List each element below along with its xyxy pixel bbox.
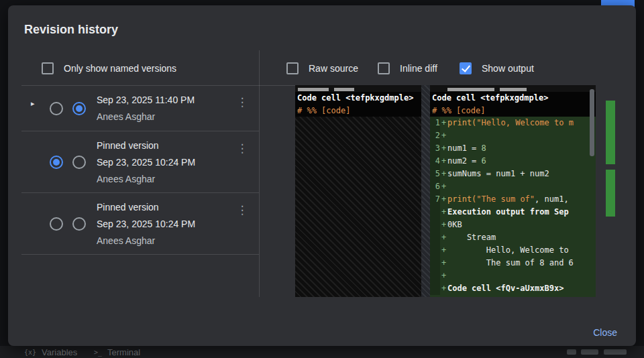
diff-line: 4+num2 = 6 <box>430 155 596 168</box>
old-cell-directive: # %% [code] <box>295 105 421 117</box>
code-token: num2 = <box>447 156 482 166</box>
line-number <box>430 219 440 231</box>
background-terminal-tab: >_ Terminal <box>94 347 140 357</box>
revision-name: Pinned version <box>97 140 195 151</box>
raw-source-checkbox[interactable] <box>286 62 299 74</box>
line-number: 1 <box>430 117 440 129</box>
diff-plus: + <box>440 180 447 193</box>
terminal-label: Terminal <box>107 347 140 357</box>
diff-line: +Code cell <fQv-aUxmxB9x> <box>430 282 596 295</box>
divider <box>259 50 260 297</box>
code-text: print("The sum of", num1, <box>447 193 569 206</box>
compare-from-radio[interactable] <box>50 156 63 169</box>
diff-line: 2+ <box>430 129 596 142</box>
revision-list: ▸Sep 23, 2025 11:40 PMAnees Asghar⋮Pinne… <box>8 85 259 255</box>
diff-line: 1+print("Hello, Welcome to m <box>430 117 596 129</box>
code-token: 8 <box>482 143 486 153</box>
line-number <box>430 244 440 257</box>
show-output-checkbox[interactable] <box>460 62 472 74</box>
line-number <box>430 270 440 282</box>
line-number: 2 <box>430 129 440 142</box>
code-token: num1 = <box>447 143 482 153</box>
revision-row[interactable]: Pinned versionSep 23, 2025 10:24 PMAnees… <box>8 193 259 255</box>
more-options-icon[interactable]: ⋮ <box>236 141 248 156</box>
variables-label: Variables <box>42 347 77 357</box>
background-statusbar: {x} Variables >_ Terminal <box>0 346 644 358</box>
code-text: Hello, Welcome to <box>447 244 569 257</box>
code-token: 0KB <box>447 220 462 229</box>
revision-author: Anees Asghar <box>97 111 195 122</box>
revision-row[interactable]: ▸Sep 23, 2025 11:40 PMAnees Asghar⋮ <box>8 85 259 131</box>
compare-to-radio[interactable] <box>72 102 86 115</box>
line-number: 7 <box>430 193 440 206</box>
more-options-icon[interactable]: ⋮ <box>236 95 248 109</box>
code-token: , num1, <box>535 194 569 204</box>
only-named-versions-filter[interactable]: Only show named versions <box>42 62 176 75</box>
old-cell-header: Code cell <tefpkxgdmple> <box>295 92 421 105</box>
close-button[interactable]: Close <box>586 323 624 342</box>
code-token: The sum of 8 and 6 <box>447 258 574 267</box>
diff-overview-ribbon <box>606 101 615 164</box>
clipped-diff-content <box>295 85 421 92</box>
diff-line: 3+num1 = 8 <box>430 142 596 155</box>
only-named-checkbox[interactable] <box>42 62 54 74</box>
diff-line: +0KB <box>430 219 596 231</box>
new-cell-directive: # %% [code] <box>430 105 596 117</box>
code-text: 0KB <box>447 219 462 231</box>
diff-plus: + <box>440 282 447 295</box>
code-text: num2 = 6 <box>447 155 486 168</box>
diff-overview-ribbon <box>606 170 615 217</box>
diff-plus: + <box>440 142 447 155</box>
inline-diff-filter[interactable]: Inline diff <box>378 62 437 75</box>
line-number: 6 <box>430 180 440 193</box>
code-token: Code cell <fQv-aUxmxB9x> <box>447 284 564 293</box>
code-text: The sum of 8 and 6 <box>447 257 574 270</box>
clipped-diff-content <box>430 85 596 92</box>
only-named-label: Only show named versions <box>64 63 176 74</box>
show-output-label: Show output <box>482 63 534 74</box>
diff-plus: + <box>440 129 447 142</box>
show-output-filter[interactable]: Show output <box>460 62 534 75</box>
diff-old-column: Code cell <tefpkxgdmple> # %% [code] <box>295 85 421 297</box>
more-options-icon[interactable]: ⋮ <box>236 203 248 217</box>
diff-plus: + <box>440 168 447 180</box>
diff-line: + The sum of 8 and 6 <box>430 257 596 270</box>
background-fragment <box>581 349 598 355</box>
diff-plus: + <box>440 193 447 206</box>
compare-from-radio[interactable] <box>50 102 63 115</box>
dialog-title: Revision history <box>24 23 118 37</box>
compare-to-radio[interactable] <box>72 217 86 231</box>
terminal-icon: >_ <box>94 349 102 356</box>
expand-arrow-icon[interactable]: ▸ <box>31 99 50 108</box>
line-number: 4 <box>430 155 440 168</box>
compare-to-radio[interactable] <box>72 156 86 169</box>
line-number: 5 <box>430 168 440 180</box>
line-number <box>430 282 440 295</box>
diff-scrollbar[interactable] <box>590 89 594 156</box>
revision-author: Anees Asghar <box>97 235 195 246</box>
code-token: print( <box>447 118 476 127</box>
code-text: sumNums = num1 + num2 <box>447 168 549 180</box>
inline-diff-label: Inline diff <box>400 63 437 74</box>
diff-plus: + <box>440 244 447 257</box>
raw-source-label: Raw source <box>309 63 358 74</box>
code-token: "The sum of" <box>476 194 535 204</box>
diff-line: + Stream <box>430 231 596 244</box>
inline-diff-checkbox[interactable] <box>378 62 390 74</box>
diff-plus: + <box>440 231 447 244</box>
diff-plus: + <box>440 257 447 270</box>
diff-plus: + <box>440 117 447 129</box>
diff-view: Code cell <tefpkxgdmple> # %% [code] Cod… <box>295 85 596 297</box>
revision-row[interactable]: Pinned versionSep 23, 2025 10:24 PMAnees… <box>8 131 259 193</box>
compare-from-radio[interactable] <box>50 217 63 231</box>
diff-line: +Execution output from Sep <box>430 206 596 219</box>
revision-author: Anees Asghar <box>97 174 195 184</box>
code-token: print( <box>447 194 476 204</box>
diff-plus: + <box>440 219 447 231</box>
background-variables-tab: {x} Variables <box>24 347 77 357</box>
diff-plus: + <box>440 206 447 219</box>
diff-plus: + <box>440 155 447 168</box>
line-number <box>430 257 440 270</box>
code-token: Hello, Welcome to <box>447 245 569 255</box>
raw-source-filter[interactable]: Raw source <box>286 62 358 75</box>
